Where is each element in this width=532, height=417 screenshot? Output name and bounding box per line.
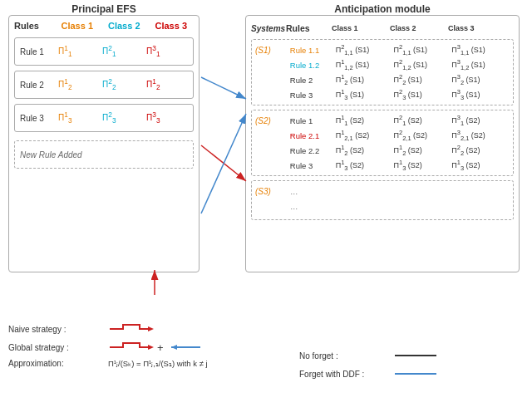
principal-efs-title: Principal EFS (8, 3, 200, 15)
s1-rule2-v2: Π22 (S1) (393, 73, 451, 86)
s2-rule1-label: Rule 1 (290, 116, 336, 125)
s1-rule1.2-v1: Π11,2 (S1) (336, 58, 394, 71)
rule-3-v1: Π13 (58, 110, 96, 125)
rule-2-v1: Π12 (58, 77, 96, 91)
naive-strategy-label: Naive strategy : (8, 325, 108, 334)
no-forget-line (391, 349, 441, 362)
s2-rule3-v3: Π13 (S2) (451, 159, 510, 172)
s2-rule2.1-v1: Π12,1 (S2) (336, 129, 394, 142)
rule-2-v3: Π12 (146, 77, 184, 91)
rule-2-label: Rule 2 (20, 81, 52, 90)
rule-3-v2: Π23 (102, 110, 140, 125)
svg-line-4 (201, 145, 246, 181)
rule-3-box: Rule 3 Π13 Π23 Π33 (14, 104, 194, 132)
rule-1-v3: Π31 (146, 44, 184, 58)
s2-rule2.1-v3: Π32,1 (S2) (451, 129, 510, 142)
s1-rule1.1-v2: Π21,1 (S1) (393, 43, 451, 56)
s2-rule3-v1: Π13 (S2) (336, 159, 394, 172)
rule-1-label: Rule 1 (20, 47, 52, 56)
s2-rule2.1-label: Rule 2.1 (290, 131, 336, 140)
ant-class3-header: Class 3 (448, 24, 506, 32)
s1-rule1.2-v2: Π21,2 (S1) (393, 58, 451, 71)
ant-class2-header: Class 2 (390, 24, 448, 32)
svg-marker-7 (148, 326, 154, 331)
rule-1-box: Rule 1 Π11 Π21 Π31 (14, 37, 194, 66)
principal-rules-header: Rules (14, 21, 53, 31)
s3-dots2: … (290, 202, 336, 211)
s1-rule2-v1: Π12 (S1) (336, 73, 394, 86)
s1-rule1.2-v3: Π31,2 (S1) (451, 58, 510, 71)
svg-marker-8 (148, 345, 154, 350)
s1-rule1.1-v1: Π21,1 (S1) (336, 43, 394, 56)
principal-class3-header: Class 3 (155, 21, 195, 31)
s1-rule1.1-label: Rule 1.1 (290, 46, 336, 55)
s1-rule1.2-label: Rule 1.2 (290, 61, 336, 70)
s2-rule2.2-v2: Π12 (S2) (393, 144, 451, 157)
approx-formula: Π¹ⱼ/(Sₖ) = Π¹ⱼ,₁/(S₁) with k ≠ j (108, 359, 208, 368)
anticipation-title: Anticipation module (245, 3, 520, 15)
s1-rule3-v2: Π23 (S1) (393, 88, 451, 101)
forget-ddf-label: Forget with DDF : (299, 370, 391, 379)
principal-class2-header: Class 2 (108, 21, 147, 31)
s2-rule1-v2: Π21 (S2) (393, 114, 451, 127)
rule-3-label: Rule 3 (20, 114, 52, 123)
svg-marker-10 (171, 345, 177, 350)
s1-rule3-v1: Π13 (S1) (336, 88, 394, 101)
svg-line-5 (201, 114, 246, 213)
s1-rule2-v3: Π32 (S1) (451, 73, 510, 86)
principal-efs-box: Rules Class 1 Class 2 Class 3 Rule 1 Π11… (8, 15, 200, 272)
new-rule-label: New Rule Added (20, 150, 82, 159)
ant-class1-header: Class 1 (332, 24, 390, 32)
system-s1-block: (S1) Rule 1.1 Π21,1 (S1) Π21,1 (S1) Π31,… (251, 39, 514, 105)
s2-rule2.2-v1: Π12 (S2) (336, 144, 394, 157)
rule-1-v1: Π11 (58, 44, 96, 58)
principal-class1-header: Class 1 (62, 21, 101, 31)
ant-rules-header: Rules (286, 23, 332, 33)
rule-2-box: Rule 2 Π12 Π22 Π12 (14, 71, 194, 99)
s2-rule1-v3: Π31 (S2) (451, 114, 510, 127)
no-forget-label: No forget : (299, 351, 391, 361)
s2-rule3-v2: Π13 (S2) (393, 159, 451, 172)
ant-systems-header: Systems (251, 24, 286, 33)
rule-1-v2: Π21 (102, 44, 140, 58)
global-strategy-arrow2 (167, 341, 204, 354)
s2-rule3-label: Rule 3 (290, 161, 336, 170)
s2-rule2.2-v3: Π22 (S2) (451, 144, 510, 157)
rule-3-v3: Π33 (146, 110, 184, 125)
system-s2-block: (S2) Rule 1 Π11 (S2) Π21 (S2) Π31 (S2) R… (251, 110, 514, 176)
global-strategy-label: Global strategy : (8, 343, 108, 352)
global-strategy-arrow (108, 341, 154, 354)
s2-rule2.1-v2: Π22,1 (S2) (393, 129, 451, 142)
naive-strategy-arrow (108, 322, 154, 336)
s3-dots1: … (290, 187, 336, 196)
forget-ddf-line (391, 367, 441, 380)
s1-label: (S1) (255, 46, 290, 55)
s1-rule1.1-v3: Π31,1 (S1) (451, 43, 510, 56)
svg-line-3 (201, 77, 246, 99)
s1-rule3-label: Rule 3 (290, 91, 336, 100)
new-rule-box: New Rule Added (14, 140, 194, 169)
s1-rule3-v3: Π33 (S1) (451, 88, 510, 101)
anticipation-box: Systems Rules Class 1 Class 2 Class 3 (S… (245, 15, 520, 272)
s3-label: (S3) (255, 187, 290, 196)
approx-label: Approximation: (8, 359, 108, 368)
system-s3-block: (S3) … … (251, 180, 514, 220)
s1-rule2-label: Rule 2 (290, 76, 336, 85)
rule-2-v2: Π22 (102, 77, 140, 91)
s2-label: (S2) (255, 116, 290, 125)
legend-area: Naive strategy : Global strategy : + App… (8, 322, 258, 373)
s2-rule1-v1: Π11 (S2) (336, 114, 394, 127)
legend-right: No forget : Forget with DDF : (299, 349, 515, 385)
s2-rule2.2-label: Rule 2.2 (290, 146, 336, 155)
